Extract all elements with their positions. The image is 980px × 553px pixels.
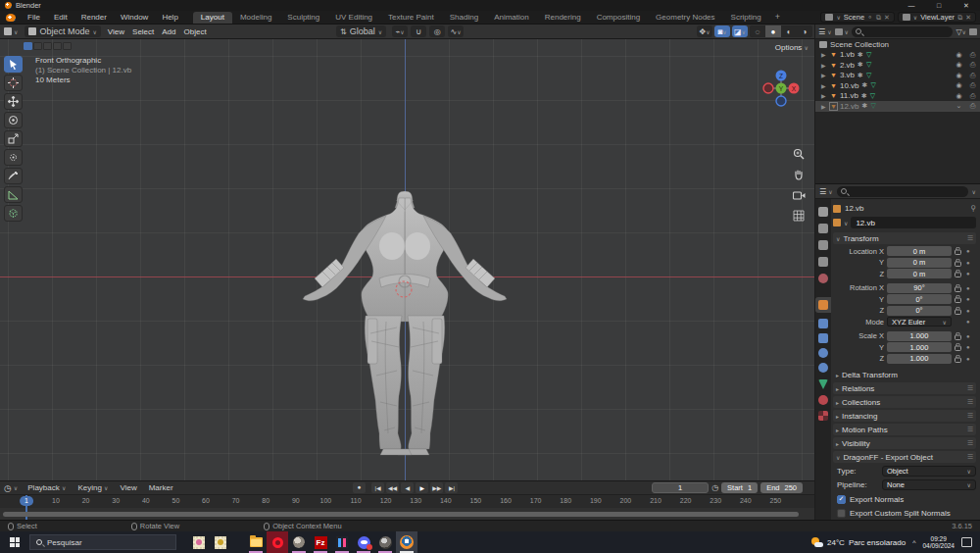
tab-sculpting[interactable]: Sculpting xyxy=(279,12,327,24)
menu-object[interactable]: Object xyxy=(180,27,211,36)
minimize-button[interactable]: — xyxy=(898,0,925,11)
prev-frame-button[interactable]: ◀ xyxy=(401,482,414,493)
prev-keyframe-button[interactable]: ◀◀ xyxy=(386,482,399,493)
tab-texture-icon[interactable] xyxy=(818,411,828,421)
section-instancing[interactable]: ▸Instancing☰ xyxy=(833,410,976,422)
tab-modeling[interactable]: Modeling xyxy=(232,12,279,24)
annotate-tool[interactable] xyxy=(4,168,23,184)
menu-view[interactable]: View xyxy=(104,27,128,36)
frame-start-field[interactable]: Start1 xyxy=(721,482,758,493)
filezilla-icon[interactable]: Fz xyxy=(310,531,331,553)
tab-material-icon[interactable] xyxy=(818,395,828,405)
outliner-row-scene-collection[interactable]: Scene Collection xyxy=(815,39,980,50)
outliner-row[interactable]: ▶▼ 3.vb ✱▽ ◉⎙ xyxy=(815,71,980,81)
mode-selector[interactable]: Object Mode ∨ xyxy=(24,25,100,37)
transform-orientation[interactable]: ⇅ Global ∨ xyxy=(336,25,386,37)
rotation-x-field[interactable]: 90° xyxy=(887,283,952,293)
animate-dot-icon[interactable]: ● xyxy=(966,333,970,339)
disable-render-icon[interactable]: ⎙ xyxy=(967,102,978,110)
export-pipeline-dropdown[interactable]: None∨ xyxy=(882,479,976,490)
hide-viewport-icon[interactable]: ◉ xyxy=(954,51,964,59)
animate-dot-icon[interactable]: ● xyxy=(966,248,970,254)
animate-dot-icon[interactable]: ● xyxy=(966,271,970,276)
menu-add[interactable]: Add xyxy=(158,27,179,36)
gizmos-toggle-icon[interactable]: ✥∨ xyxy=(697,25,712,37)
animate-dot-icon[interactable]: ● xyxy=(966,356,970,362)
location-x-field[interactable]: 0 m xyxy=(887,246,952,256)
taskbar-clock[interactable]: 09:29 04/09/2024 xyxy=(922,535,955,550)
new-collection-icon[interactable] xyxy=(969,28,977,35)
new-scene-icon[interactable]: ⧉ xyxy=(876,14,881,22)
timeline-ruler[interactable]: 1020304050607080901001101201301401501601… xyxy=(0,495,814,508)
properties-search-input[interactable] xyxy=(837,186,968,197)
current-frame-field[interactable]: 1 xyxy=(652,482,709,493)
viewport-3d[interactable]: Front Orthographic (1) Scene Collection … xyxy=(0,39,814,480)
scale-y-field[interactable]: 1.000 xyxy=(887,342,952,352)
lock-icon[interactable] xyxy=(955,259,963,267)
outliner-search-input[interactable] xyxy=(852,26,953,37)
cursor-tool[interactable] xyxy=(4,75,23,91)
section-visibility[interactable]: ▸Visibility☰ xyxy=(833,437,976,449)
transform-tool[interactable] xyxy=(4,149,23,166)
animate-dot-icon[interactable]: ● xyxy=(966,344,970,350)
lock-icon[interactable] xyxy=(955,295,963,303)
notification-center-icon[interactable] xyxy=(961,537,972,547)
blender-taskbar-icon[interactable] xyxy=(396,531,417,553)
expand-arrow-icon[interactable]: ▶ xyxy=(821,51,827,58)
rotation-mode-dropdown[interactable]: XYZ Euler∨ xyxy=(887,317,952,327)
next-keyframe-button[interactable]: ▶▶ xyxy=(430,482,443,493)
tab-scripting[interactable]: Scripting xyxy=(723,12,769,24)
current-frame-badge[interactable]: 1 xyxy=(20,496,33,506)
proportional-edit-icon[interactable]: ◎ xyxy=(429,25,445,37)
tab-tool-icon[interactable] xyxy=(818,207,828,217)
export-custom-split-normals-checkbox[interactable] xyxy=(837,509,846,518)
scale-z-field[interactable]: 1.000 xyxy=(887,354,952,364)
new-viewlayer-icon[interactable]: ⧉ xyxy=(957,14,962,22)
unpin-scene-icon[interactable]: ⚬ xyxy=(867,14,873,22)
rotate-tool[interactable] xyxy=(4,112,23,128)
disable-render-icon[interactable]: ⎙ xyxy=(967,61,978,69)
select-extend-icon[interactable] xyxy=(33,42,42,50)
outliner-editor-type-button[interactable]: ☰∨ xyxy=(818,27,832,36)
weather-widget[interactable]: 24°C Parc ensolarado xyxy=(811,537,906,547)
disable-render-icon[interactable]: ⎙ xyxy=(967,81,978,89)
remove-viewlayer-icon[interactable]: ✕ xyxy=(965,14,971,22)
viewport-options-button[interactable]: Options ∨ xyxy=(775,43,808,52)
gimp-icon[interactable] xyxy=(374,531,396,553)
tab-output-icon[interactable] xyxy=(818,240,828,250)
game-app-icon[interactable] xyxy=(288,531,310,553)
unlink-scene-icon[interactable]: ✕ xyxy=(884,14,890,22)
menu-select[interactable]: Select xyxy=(128,27,158,36)
outliner-row[interactable]: ▶▼ 1.vb ✱▽ ◉⎙ xyxy=(815,50,980,61)
select-box-tool[interactable] xyxy=(4,56,23,73)
material-shading-icon[interactable]: ◐ xyxy=(781,25,797,37)
navigation-gizmo[interactable]: Z X Y xyxy=(761,69,801,108)
animate-dot-icon[interactable]: ● xyxy=(966,285,970,291)
rotation-z-field[interactable]: 0° xyxy=(887,306,952,316)
tab-shading[interactable]: Shading xyxy=(442,12,486,24)
location-y-field[interactable]: 0 m xyxy=(887,258,952,268)
blender-menu-icon[interactable] xyxy=(6,14,16,22)
hide-viewport-icon[interactable]: ◉ xyxy=(954,61,964,69)
scale-tool[interactable] xyxy=(4,130,23,147)
select-set-icon[interactable] xyxy=(24,42,32,50)
character-model[interactable] xyxy=(289,188,524,458)
pin-icon[interactable]: ⚲ xyxy=(970,204,976,213)
hidden-viewport-icon[interactable]: ⌄ xyxy=(954,102,964,110)
xray-toggle-icon[interactable]: ◪∨ xyxy=(732,25,748,37)
jump-end-button[interactable]: ▶| xyxy=(445,482,458,493)
tab-data-icon[interactable] xyxy=(818,379,828,389)
tab-compositing[interactable]: Compositing xyxy=(589,12,648,24)
zoom-icon[interactable] xyxy=(792,147,806,161)
outliner-row-selected[interactable]: ▶▼ 12.vb ✱▽ ⌄⎙ xyxy=(815,101,980,112)
opera-browser-icon[interactable] xyxy=(267,531,288,553)
tab-uv-editing[interactable]: UV Editing xyxy=(327,12,380,24)
tab-texture-paint[interactable]: Texture Paint xyxy=(380,12,442,24)
export-type-dropdown[interactable]: Object∨ xyxy=(882,466,976,477)
expand-arrow-icon[interactable]: ▶ xyxy=(821,103,827,110)
object-name-field[interactable]: 12.vb xyxy=(851,217,976,228)
tab-animation[interactable]: Animation xyxy=(486,12,537,24)
tab-layout[interactable]: Layout xyxy=(193,12,232,24)
breadcrumb-object[interactable]: 12.vb xyxy=(845,204,864,213)
hide-viewport-icon[interactable]: ◉ xyxy=(954,81,964,89)
